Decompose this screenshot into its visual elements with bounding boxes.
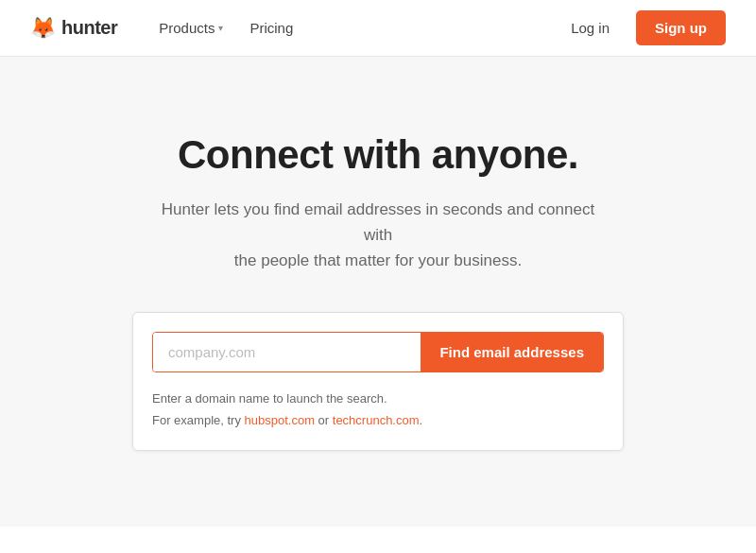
search-container: Find email addresses Enter a domain name…: [132, 312, 624, 452]
signup-button[interactable]: Sign up: [636, 10, 726, 45]
nav-pricing-label: Pricing: [249, 20, 293, 36]
brand-name: hunter: [61, 17, 117, 39]
login-button[interactable]: Log in: [559, 12, 621, 43]
hero-title: Connect with anyone.: [19, 132, 737, 178]
chevron-down-icon: ▾: [218, 23, 223, 33]
techcrunch-link[interactable]: techcrunch.com: [333, 413, 420, 427]
nav-products[interactable]: Products ▾: [147, 12, 234, 43]
search-row: Find email addresses: [152, 332, 604, 372]
navbar-actions: Log in Sign up: [559, 10, 726, 45]
search-hint: Enter a domain name to launch the search…: [152, 388, 604, 432]
brand-logo[interactable]: 🦊 hunter: [30, 16, 117, 41]
find-emails-button[interactable]: Find email addresses: [421, 333, 603, 372]
social-proof-section: Hunter is used by 600,000+ professionals…: [0, 527, 756, 553]
nav-links: Products ▾ Pricing: [147, 12, 559, 43]
domain-search-input[interactable]: [153, 333, 421, 372]
nav-products-label: Products: [159, 20, 215, 36]
brand-icon: 🦊: [30, 16, 56, 41]
hero-subtitle: Hunter lets you find email addresses in …: [151, 197, 605, 274]
hubspot-link[interactable]: hubspot.com: [245, 413, 315, 427]
navbar: 🦊 hunter Products ▾ Pricing Log in Sign …: [0, 0, 756, 57]
hero-section: Connect with anyone. Hunter lets you fin…: [0, 57, 756, 527]
nav-pricing[interactable]: Pricing: [238, 12, 304, 43]
